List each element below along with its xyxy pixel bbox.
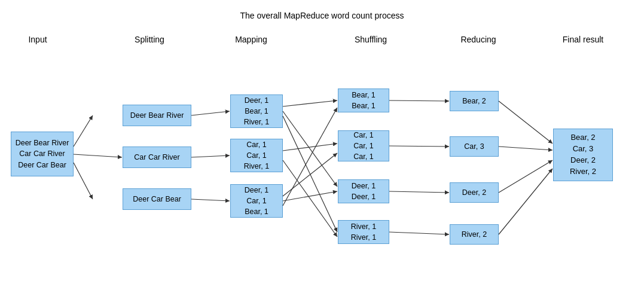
svg-line-22 <box>499 169 553 234</box>
svg-line-2 <box>74 154 122 157</box>
label-splitting: Splitting <box>114 35 185 44</box>
box-shuf3: Deer, 1 Deer, 1 <box>338 179 389 203</box>
box-shuf1: Bear, 1 Bear, 1 <box>338 89 389 112</box>
box-shuf2: Car, 1 Car, 1 Car, 1 <box>338 130 389 161</box>
svg-line-6 <box>191 199 230 201</box>
box-red1: Bear, 2 <box>450 91 499 111</box>
box-split2: Car Car River <box>123 147 191 168</box>
svg-line-14 <box>283 111 337 187</box>
box-red4: River, 2 <box>450 224 499 245</box>
label-shuffling: Shuffling <box>341 35 401 44</box>
svg-line-9 <box>283 144 337 151</box>
diagram-title: The overall MapReduce word count process <box>0 11 644 20</box>
box-map1: Deer, 1 Bear, 1 River, 1 <box>230 94 283 128</box>
svg-line-4 <box>191 111 230 115</box>
svg-line-15 <box>389 100 449 101</box>
box-red2: Car, 3 <box>450 136 499 157</box>
svg-line-10 <box>283 160 337 237</box>
label-final: Final result <box>550 35 616 44</box>
svg-line-11 <box>283 153 337 196</box>
svg-line-7 <box>283 100 337 106</box>
diagram-container: The overall MapReduce word count process… <box>0 0 644 299</box>
svg-line-3 <box>74 163 93 199</box>
box-map2: Car, 1 Car, 1 River, 1 <box>230 139 283 172</box>
label-mapping: Mapping <box>221 35 281 44</box>
label-input: Input <box>11 35 65 44</box>
svg-line-21 <box>499 160 553 193</box>
svg-line-8 <box>283 116 337 232</box>
box-final: Bear, 2 Car, 3 Deer, 2 River, 2 <box>553 129 613 181</box>
box-red3: Deer, 2 <box>450 182 499 203</box>
svg-line-1 <box>74 115 93 147</box>
label-reducing: Reducing <box>451 35 505 44</box>
svg-line-19 <box>499 101 553 144</box>
svg-line-5 <box>191 155 230 157</box>
svg-line-13 <box>283 191 337 201</box>
box-input: Deer Bear River Car Car River Deer Car B… <box>11 132 74 176</box>
svg-line-12 <box>283 108 337 206</box>
svg-line-17 <box>389 191 449 193</box>
box-split3: Deer Car Bear <box>123 188 191 210</box>
box-split1: Deer Bear River <box>123 105 191 126</box>
svg-line-20 <box>499 147 553 150</box>
svg-line-16 <box>389 146 449 147</box>
box-map3: Deer, 1 Car, 1 Bear, 1 <box>230 184 283 218</box>
box-shuf4: River, 1 River, 1 <box>338 220 389 244</box>
arrows-svg <box>0 0 644 299</box>
svg-line-18 <box>389 232 449 234</box>
